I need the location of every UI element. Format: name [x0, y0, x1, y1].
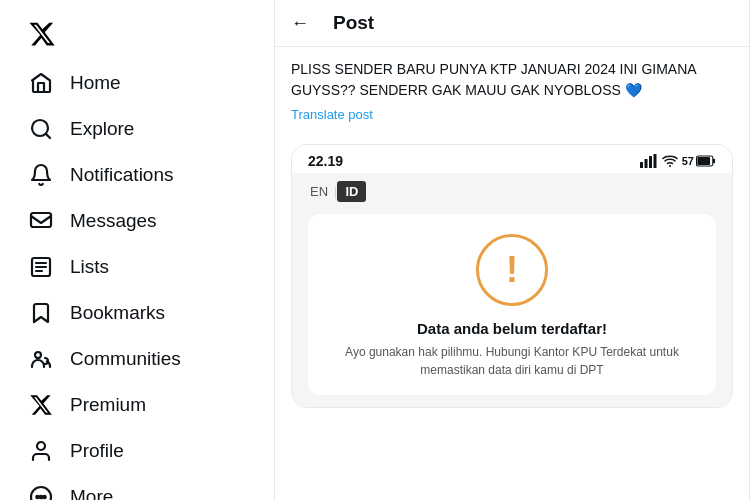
sidebar: Home Explore Notifications Messa [0, 0, 275, 500]
svg-point-8 [37, 442, 45, 450]
notifications-icon [28, 162, 54, 188]
main-content: ← Post PLISS SENDER BARU PUNYA KTP JANUA… [275, 0, 750, 500]
sidebar-item-profile[interactable]: Profile [16, 428, 258, 474]
svg-point-10 [36, 496, 38, 498]
sidebar-item-lists[interactable]: Lists [16, 244, 258, 290]
notifications-label: Notifications [70, 164, 174, 186]
lang-en: EN [304, 182, 334, 201]
more-label: More [70, 486, 113, 500]
exclamation-mark: ! [506, 252, 518, 288]
svg-rect-15 [649, 156, 652, 168]
explore-label: Explore [70, 118, 134, 140]
svg-rect-14 [644, 159, 647, 168]
warning-description: Ayo gunakan hak pilihmu. Hubungi Kantor … [324, 343, 700, 379]
translate-link[interactable]: Translate post [291, 107, 373, 122]
tweet-text: PLISS SENDER BARU PUNYA KTP JANUARI 2024… [291, 59, 733, 101]
language-toggle: EN | ID [304, 181, 720, 202]
battery-icon: 57 [682, 155, 716, 167]
svg-rect-19 [713, 159, 715, 164]
premium-label: Premium [70, 394, 146, 416]
bookmarks-label: Bookmarks [70, 302, 165, 324]
phone-time: 22.19 [308, 153, 343, 169]
sidebar-item-premium[interactable]: Premium [16, 382, 258, 428]
premium-icon [28, 392, 54, 418]
battery-level: 57 [682, 155, 694, 167]
svg-point-12 [43, 496, 45, 498]
page-title: Post [333, 12, 374, 34]
sidebar-item-communities[interactable]: Communities [16, 336, 258, 382]
signal-icon [640, 154, 658, 168]
home-label: Home [70, 72, 121, 94]
profile-icon [28, 438, 54, 464]
tweet-content: PLISS SENDER BARU PUNYA KTP JANUARI 2024… [275, 47, 749, 140]
sidebar-item-more[interactable]: More [16, 474, 258, 500]
svg-rect-13 [640, 162, 643, 168]
communities-label: Communities [70, 348, 181, 370]
svg-point-17 [669, 165, 671, 167]
phone-body: EN | ID ! Data anda belum terdaftar! Ayo… [292, 173, 732, 407]
x-logo[interactable] [16, 12, 258, 56]
sidebar-item-home[interactable]: Home [16, 60, 258, 106]
back-button[interactable]: ← [291, 13, 309, 34]
phone-status-bar: 22.19 [292, 145, 732, 173]
svg-line-1 [46, 134, 50, 138]
lists-label: Lists [70, 256, 109, 278]
svg-point-11 [40, 496, 42, 498]
sidebar-item-bookmarks[interactable]: Bookmarks [16, 290, 258, 336]
sidebar-item-messages[interactable]: Messages [16, 198, 258, 244]
warning-circle-icon: ! [476, 234, 548, 306]
messages-icon [28, 208, 54, 234]
communities-icon [28, 346, 54, 372]
svg-point-7 [35, 352, 41, 358]
sidebar-item-notifications[interactable]: Notifications [16, 152, 258, 198]
svg-rect-16 [653, 154, 656, 168]
warning-title: Data anda belum terdaftar! [417, 320, 607, 337]
bookmarks-icon [28, 300, 54, 326]
profile-label: Profile [70, 440, 124, 462]
svg-rect-20 [697, 157, 710, 165]
phone-status-icons: 57 [640, 154, 716, 168]
phone-mockup: 22.19 [291, 144, 733, 408]
home-icon [28, 70, 54, 96]
more-icon [28, 484, 54, 500]
lists-icon [28, 254, 54, 280]
svg-rect-2 [31, 213, 51, 227]
post-header: ← Post [275, 0, 749, 47]
explore-icon [28, 116, 54, 142]
wifi-icon [662, 154, 678, 168]
lang-id: ID [337, 181, 366, 202]
warning-card: ! Data anda belum terdaftar! Ayo gunakan… [308, 214, 716, 395]
sidebar-item-explore[interactable]: Explore [16, 106, 258, 152]
messages-label: Messages [70, 210, 157, 232]
